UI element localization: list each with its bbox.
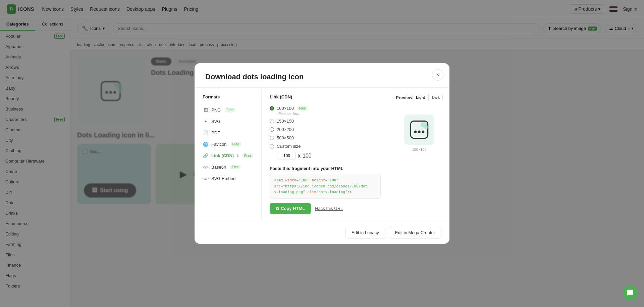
- formats-panel: Formats 🖼 PNG Free ✦ SVG 📄 PDF 🌐 Favicon: [195, 88, 262, 221]
- dark-button[interactable]: Dark: [429, 94, 443, 101]
- modal-close-button[interactable]: ×: [432, 69, 443, 81]
- format-link-cdn[interactable]: 🔗 Link (CDN) ℹ Free: [203, 150, 253, 161]
- format-png[interactable]: 🖼 PNG Free: [203, 104, 253, 116]
- svg-point-9: [424, 125, 429, 129]
- code-block: <img width="100" height="100" src="https…: [270, 174, 381, 199]
- format-svg[interactable]: ✦ SVG: [203, 116, 253, 127]
- svg-point-6: [418, 131, 421, 133]
- size-500-radio[interactable]: [270, 136, 274, 140]
- cdn-panel: Link (CDN) 100×100 Free Pixel perfect 15…: [262, 88, 389, 221]
- format-svg-embed[interactable]: </> SVG Embed: [203, 173, 253, 184]
- custom-height-label: 100: [303, 153, 312, 159]
- svg-icon: ✦: [203, 118, 209, 124]
- size-custom-radio[interactable]: [270, 144, 274, 148]
- base64-icon: </>: [203, 164, 209, 170]
- size-200-radio[interactable]: [270, 127, 274, 132]
- svgembed-icon: </>: [203, 175, 209, 181]
- custom-size-separator: x: [298, 153, 301, 159]
- size-200[interactable]: 200×200: [270, 125, 381, 134]
- copy-row: ⧉ Copy HTML Hack this URL: [270, 203, 381, 214]
- light-button[interactable]: Light: [413, 94, 429, 101]
- preview-icon-wrap: 100×100: [396, 115, 443, 151]
- cdn-label: Link (CDN): [270, 94, 381, 99]
- size-150-radio[interactable]: [270, 119, 274, 123]
- modal-title: Download dots loading icon: [205, 73, 439, 81]
- modal-body: Formats 🖼 PNG Free ✦ SVG 📄 PDF 🌐 Favicon: [195, 88, 449, 221]
- favicon-icon: 🌐: [203, 141, 209, 147]
- size-150[interactable]: 150×150: [270, 117, 381, 125]
- formats-label: Formats: [203, 94, 253, 99]
- custom-width-input[interactable]: [278, 152, 296, 160]
- preview-size-label: 100×100: [412, 147, 426, 151]
- light-dark-toggle: Light Dark: [412, 94, 443, 101]
- pixel-perfect-label: Pixel perfect: [278, 112, 381, 116]
- png-icon: 🖼: [203, 107, 209, 113]
- modal-footer: Edit in Lunacy Edit in Mega Creator: [195, 221, 449, 244]
- modal-header: Download dots loading icon: [195, 63, 449, 88]
- format-favicon[interactable]: 🌐 Favicon Free: [203, 138, 253, 150]
- size-100-radio[interactable]: [270, 106, 274, 111]
- pdf-icon: 📄: [203, 130, 209, 136]
- preview-icon-image: [404, 115, 434, 145]
- svg-point-5: [414, 131, 417, 133]
- copy-html-button[interactable]: ⧉ Copy HTML: [270, 203, 311, 214]
- preview-label: Preview: [396, 95, 412, 100]
- preview-panel: Preview Light Dark: [389, 88, 449, 221]
- link-icon: 🔗: [203, 152, 209, 159]
- copy-icon: ⧉: [276, 206, 279, 211]
- custom-size-row: x 100: [278, 152, 381, 160]
- hack-url-link[interactable]: Hack this URL: [315, 206, 343, 211]
- chat-bubble[interactable]: [623, 286, 637, 300]
- format-pdf[interactable]: 📄 PDF: [203, 127, 253, 138]
- modal-overlay[interactable]: Download dots loading icon × Formats 🖼 P…: [0, 0, 644, 307]
- edit-in-lunacy-button[interactable]: Edit in Lunacy: [345, 227, 385, 238]
- preview-header: Preview Light Dark: [396, 94, 443, 101]
- size-500[interactable]: 500×500: [270, 134, 381, 142]
- edit-in-mega-creator-button[interactable]: Edit in Mega Creator: [389, 227, 441, 238]
- size-custom[interactable]: Custom size: [270, 142, 381, 150]
- html-fragment-label: Paste this fragment into your HTML: [270, 166, 381, 171]
- svg-point-7: [422, 131, 425, 133]
- download-modal: Download dots loading icon × Formats 🖼 P…: [195, 63, 449, 244]
- format-base64[interactable]: </> Base64 Free: [203, 161, 253, 173]
